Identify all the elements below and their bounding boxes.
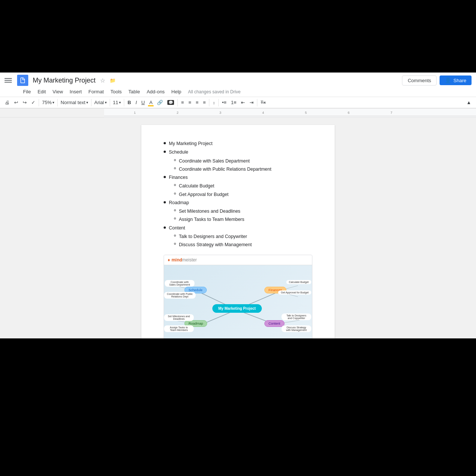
comments-button[interactable]: Comments	[402, 75, 437, 86]
text-color-button[interactable]: A	[147, 99, 154, 106]
align-center-icon: ≡	[189, 100, 192, 105]
print-button[interactable]: 🖨	[3, 99, 12, 106]
menu-tools[interactable]: Tools	[107, 87, 125, 96]
list-item-text: Get Approval for Budget	[179, 191, 228, 199]
list-item: Roadmap	[164, 199, 312, 207]
sub-bullet-dot	[174, 167, 176, 169]
menu-bar: File Edit View Insert Format Tools Table…	[0, 87, 476, 97]
svg-text:4: 4	[262, 111, 264, 115]
undo-button[interactable]: ↩	[12, 99, 20, 106]
folder-icon[interactable]: 📁	[110, 78, 116, 83]
document-page: My Marketing Project Schedule Coordinate…	[141, 125, 335, 338]
style-value: Normal text	[61, 100, 85, 105]
comment-button[interactable]: 💬	[165, 99, 176, 106]
star-icon[interactable]: ☆	[100, 77, 105, 84]
line-spacing-button[interactable]: ↕	[211, 99, 217, 106]
mindmap-content-node: Content	[264, 320, 284, 327]
list-item-text: Schedule	[169, 148, 188, 156]
mindmap-sub-node: Coordinate with Public Relations Dept	[164, 292, 196, 299]
increase-indent-button[interactable]: ⇥	[248, 99, 255, 106]
align-center-button[interactable]: ≡	[187, 99, 193, 106]
link-button[interactable]: 🔗	[155, 99, 165, 106]
mindmap-canvas: My Marketing Project Schedule Coordinate…	[164, 265, 312, 338]
clear-formatting-icon: T̶x̶	[261, 100, 266, 105]
toolbar-sep-8	[218, 99, 219, 106]
align-left-button[interactable]: ≡	[179, 99, 186, 106]
mindmap-sub-node: Talk to Designers and Copywriter	[282, 313, 311, 320]
list-item-text: Coordinate with Sales Department	[179, 157, 250, 165]
list-item: Assign Tasks to Team Members	[174, 216, 312, 223]
list-item: My Marketing Project	[164, 140, 312, 148]
toolbar-sep-4	[110, 99, 110, 106]
decrease-indent-button[interactable]: ⇤	[239, 99, 247, 106]
list-item: Schedule	[164, 148, 312, 156]
decrease-indent-icon: ⇤	[241, 100, 245, 105]
align-right-button[interactable]: ≡	[194, 99, 200, 106]
zoom-chevron: ▾	[52, 100, 54, 104]
toolbar-sep-5	[124, 99, 124, 106]
font-dropdown[interactable]: Arial ▾	[93, 99, 108, 106]
menu-table[interactable]: Table	[125, 87, 143, 96]
svg-text:5: 5	[305, 111, 307, 115]
mindmap-sub-node: Coordinate with Sales Department	[165, 280, 194, 287]
clear-formatting-button[interactable]: T̶x̶	[259, 99, 268, 106]
menu-file[interactable]: File	[20, 87, 34, 96]
menu-view[interactable]: View	[49, 87, 66, 96]
toolbar-sep-2	[57, 99, 58, 106]
list-item-text: Roadmap	[169, 199, 189, 207]
mindmap-sub-node: Set Milestones and Deadlines	[164, 314, 194, 321]
bullet-dot	[164, 151, 166, 153]
bullet-dot	[164, 142, 166, 144]
justify-icon: ≡	[203, 100, 206, 105]
italic-button[interactable]: I	[134, 99, 139, 106]
zoom-dropdown[interactable]: 75% ▾	[41, 99, 56, 106]
comment-icon: 💬	[167, 100, 174, 105]
person-icon: 👤	[445, 77, 451, 83]
menu-edit[interactable]: Edit	[35, 87, 49, 96]
style-dropdown[interactable]: Normal text ▾	[59, 99, 89, 106]
sub-bullet-dot	[174, 209, 176, 211]
align-right-icon: ≡	[196, 100, 199, 105]
font-chevron: ▾	[105, 100, 107, 104]
mindmap-sub-node: Discuss Strategy with Management	[282, 325, 311, 332]
list-item-text: Assign Tasks to Team Members	[179, 216, 244, 223]
menu-insert[interactable]: Insert	[67, 87, 85, 96]
svg-text:1: 1	[134, 111, 136, 115]
mindmap-sub-node: Get Approval for Budget	[278, 290, 311, 295]
menu-format[interactable]: Format	[86, 87, 107, 96]
toolbar-sep-7	[209, 99, 209, 106]
spellcheck-icon: ✓	[31, 100, 35, 105]
fontsize-dropdown[interactable]: 11 ▾	[112, 99, 122, 106]
hamburger-menu-icon[interactable]	[4, 77, 12, 84]
numbered-list-icon: 1≡	[231, 100, 237, 105]
menu-help[interactable]: Help	[168, 87, 184, 96]
bold-button[interactable]: B	[126, 99, 133, 106]
svg-text:2: 2	[177, 111, 178, 115]
menu-addons[interactable]: Add-ons	[144, 87, 167, 96]
increase-indent-icon: ⇥	[250, 100, 254, 105]
redo-icon: ↪	[23, 100, 27, 105]
numbered-list-button[interactable]: 1≡	[229, 99, 238, 106]
print-icon: 🖨	[5, 100, 10, 105]
sub-bullet-dot	[174, 159, 176, 161]
fontsize-chevron: ▾	[119, 100, 121, 104]
spellcheck-button[interactable]: ✓	[29, 99, 37, 106]
bullet-list-button[interactable]: •≡	[220, 99, 228, 106]
redo-button[interactable]: ↪	[21, 99, 29, 106]
align-left-icon: ≡	[181, 100, 184, 105]
list-item-text: My Marketing Project	[169, 140, 212, 148]
toolbar-sep-1	[39, 99, 39, 106]
share-button[interactable]: 👤 Share	[440, 75, 472, 85]
list-item: Get Approval for Budget	[174, 191, 312, 199]
bullet-dot	[164, 176, 166, 178]
toolbar: 🖨 ↩ ↪ ✓ 75% ▾ Normal text	[0, 97, 476, 108]
text-color-icon: A	[149, 100, 152, 105]
sub-bullet-dot	[174, 184, 176, 186]
collapse-toolbar-button[interactable]: ▲	[464, 99, 473, 106]
list-item: Finances	[164, 174, 312, 181]
list-item-text: Discuss Strategy with Management	[179, 241, 252, 249]
justify-button[interactable]: ≡	[201, 99, 208, 106]
underline-button[interactable]: U	[139, 99, 147, 106]
list-item-text: Calculate Budget	[179, 182, 214, 190]
ruler: 1 2 3 4 5 6 7	[0, 109, 476, 118]
